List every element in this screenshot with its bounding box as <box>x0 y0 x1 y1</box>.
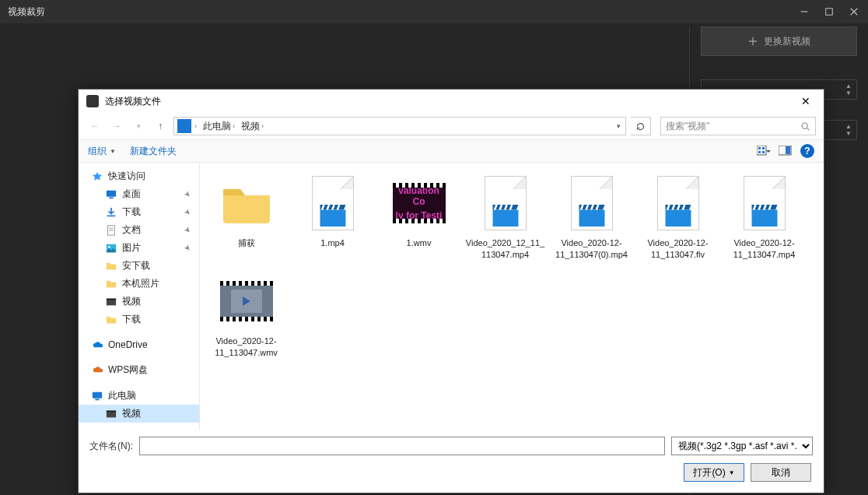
tree-wps[interactable]: WPS网盘 <box>79 361 199 379</box>
maximize-icon[interactable] <box>823 5 835 18</box>
dialog-title: 选择视频文件 <box>105 95 161 108</box>
file-item[interactable]: Video_2020-12-11_113047(0).mp4 <box>548 170 635 269</box>
file-name: Video_2020_12_11_113047.mp4 <box>464 237 547 261</box>
tree-pictures[interactable]: 图片➤ <box>79 239 199 257</box>
tree-downloads[interactable]: 下载➤ <box>79 203 199 221</box>
tree-an-download[interactable]: 安下载 <box>79 257 199 275</box>
svg-point-24 <box>108 245 110 248</box>
tree-this-pc[interactable]: 此电脑 <box>79 387 199 405</box>
minimize-icon[interactable] <box>798 5 810 18</box>
file-item[interactable]: valuation Coly for Testi1.wmv <box>376 170 462 269</box>
organize-menu[interactable]: 组织▼ <box>88 145 116 158</box>
svg-rect-3 <box>826 9 833 16</box>
video-thumbnail: valuation Coly for Testi <box>390 174 449 233</box>
open-button[interactable]: 打开(O) ▼ <box>684 463 744 482</box>
file-name: Video_2020-12-11_113047(0).mp4 <box>550 237 633 261</box>
svg-rect-19 <box>107 215 116 216</box>
nav-up-button[interactable]: ↑ <box>152 118 169 135</box>
app-title: 视频裁剪 <box>8 5 45 19</box>
svg-rect-51 <box>751 210 777 226</box>
filename-label: 文件名(N): <box>89 440 133 453</box>
search-icon <box>800 121 810 132</box>
svg-line-9 <box>807 128 809 129</box>
cart-icon[interactable] <box>782 10 786 13</box>
video-file-icon <box>562 174 621 233</box>
replace-video-label: 更换新视频 <box>764 35 810 48</box>
folder-icon <box>217 174 276 233</box>
file-list: 捕获1.mp4valuation Coly for Testi1.wmvVide… <box>200 163 824 430</box>
file-item[interactable]: Video_2020-12-11_113047.flv <box>635 170 721 269</box>
address-bar[interactable]: › 此电脑› 视频› ▾ <box>173 117 626 135</box>
tree-downloads2[interactable]: 下载 <box>79 311 199 328</box>
svg-rect-12 <box>762 147 765 149</box>
breadcrumb-seg-1[interactable]: 此电脑› <box>200 118 238 135</box>
location-type-icon <box>177 119 191 133</box>
svg-rect-18 <box>109 197 113 198</box>
filename-input[interactable] <box>139 437 665 455</box>
file-item[interactable]: Video_2020-12-11_113047.wmv <box>203 269 289 367</box>
svg-rect-46 <box>665 210 691 226</box>
video-file-icon <box>649 174 708 233</box>
svg-point-8 <box>802 123 807 128</box>
svg-rect-30 <box>107 410 116 412</box>
plus-icon <box>748 37 758 46</box>
address-dropdown-button[interactable]: ▾ <box>611 122 625 130</box>
close-icon[interactable] <box>848 5 860 18</box>
tree-desktop[interactable]: 桌面➤ <box>79 185 199 203</box>
refresh-button[interactable] <box>631 117 651 135</box>
tree-videos-selected[interactable]: 视频 <box>79 405 199 423</box>
svg-rect-36 <box>492 210 518 226</box>
file-name: 捕获 <box>205 237 288 249</box>
chevron-right-icon: › <box>194 122 197 130</box>
search-input[interactable]: 搜索"视频" <box>660 117 816 135</box>
new-folder-button[interactable]: 新建文件夹 <box>130 145 177 158</box>
help-button[interactable]: ? <box>800 144 814 158</box>
dialog-close-button[interactable]: ✕ <box>794 95 817 107</box>
search-placeholder: 搜索"视频" <box>666 120 710 133</box>
cancel-button[interactable]: 取消 <box>751 463 811 482</box>
file-name: 1.wmv <box>377 237 460 249</box>
tree-local-photos[interactable]: 本机照片 <box>79 275 199 293</box>
file-name: 1.mp4 <box>291 237 374 249</box>
tree-documents[interactable]: 文档➤ <box>79 221 199 239</box>
svg-rect-31 <box>320 210 345 226</box>
tree-quick-access[interactable]: 快速访问 <box>79 167 199 185</box>
file-item[interactable]: Video_2020-12-11_113047.mp4 <box>721 170 807 269</box>
updown-icon: ▲▼ <box>845 123 852 137</box>
pin-icon: ➤ <box>180 188 194 202</box>
svg-rect-17 <box>107 190 116 196</box>
svg-rect-16 <box>786 146 790 154</box>
video-thumbnail <box>217 272 276 331</box>
view-menu-button[interactable] <box>757 144 771 158</box>
file-item[interactable]: 1.mp4 <box>289 170 376 269</box>
file-item[interactable]: Video_2020_12_11_113047.mp4 <box>462 170 548 269</box>
file-item[interactable]: 捕获 <box>203 170 289 269</box>
video-file-icon <box>735 174 794 233</box>
dialog-app-icon <box>86 95 99 107</box>
file-open-dialog: 选择视频文件 ✕ ← → ▾ ↑ › 此电脑› 视频› ▾ 搜索"视频" 组织▼… <box>78 89 824 493</box>
preview-pane-button[interactable] <box>779 144 793 158</box>
file-name: Video_2020-12-11_113047.wmv <box>205 335 288 359</box>
tree-onedrive[interactable]: OneDrive <box>79 336 199 353</box>
svg-rect-26 <box>107 298 116 300</box>
video-file-icon <box>476 174 535 233</box>
nav-tree: 快速访问 桌面➤ 下载➤ 文档➤ 图片➤ 安下载 本机照片 视频 下载 OneD… <box>79 163 200 430</box>
updown-icon: ▲▼ <box>845 82 852 97</box>
svg-rect-11 <box>758 147 761 149</box>
svg-rect-28 <box>95 398 99 400</box>
nav-forward-button[interactable]: → <box>108 118 125 135</box>
nav-back-button[interactable]: ← <box>86 118 103 135</box>
svg-rect-10 <box>757 146 766 155</box>
svg-rect-27 <box>93 391 102 398</box>
breadcrumb-seg-2[interactable]: 视频› <box>238 118 267 135</box>
refresh-icon <box>635 121 646 132</box>
video-file-icon <box>303 174 362 233</box>
svg-rect-13 <box>758 151 761 153</box>
svg-rect-14 <box>762 151 765 153</box>
file-name: Video_2020-12-11_113047.flv <box>636 237 719 261</box>
replace-video-button[interactable]: 更换新视频 <box>701 26 857 56</box>
nav-recent-dropdown[interactable]: ▾ <box>130 118 147 135</box>
file-type-filter[interactable]: 视频(*.3g2 *.3gp *.asf *.avi *.… <box>671 437 813 455</box>
tree-videos-qa[interactable]: 视频 <box>79 293 199 311</box>
svg-rect-41 <box>579 210 604 226</box>
